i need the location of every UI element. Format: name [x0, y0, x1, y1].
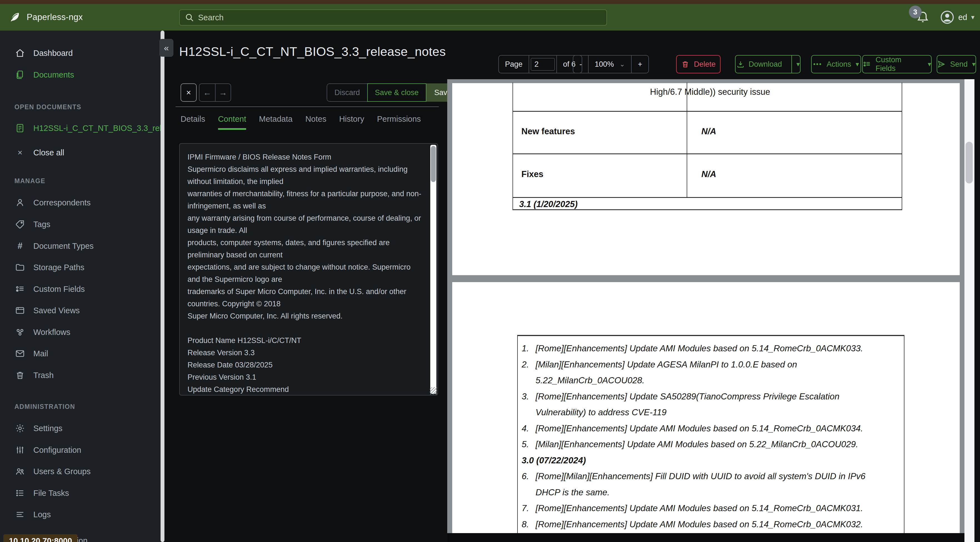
item-text: [Milan][Enhancements] Update AMI Modules… — [536, 439, 858, 450]
pdf-page-3: 1. [Rome][Enhancements] Update AMI Modul… — [452, 282, 960, 542]
users-icon — [14, 466, 25, 477]
sidebar-item-label: Storage Paths — [33, 263, 84, 272]
close-all-button[interactable]: × Close all — [14, 145, 64, 161]
release-note-item-continued: 5.22_MilanCrb_0ACOU028. — [522, 373, 904, 389]
sidebar-item-label: Saved Views — [33, 306, 80, 315]
tab-metadata[interactable]: Metadata — [259, 115, 293, 130]
delete-button[interactable]: Delete — [676, 55, 721, 73]
zoom-level-select[interactable]: 100% ⌄ — [588, 56, 631, 73]
item-text: [Rome][Enhancements] Update SA50289(Tian… — [536, 391, 840, 402]
pdf-scrollbar-thumb[interactable] — [966, 142, 973, 183]
zoom-level-value: 100% — [595, 60, 614, 69]
release-notes-list: 1. [Rome][Enhancements] Update AMI Modul… — [517, 335, 904, 542]
table-cell: High/6.7 Middle)) security issue — [650, 87, 770, 97]
status-url-tooltip: 10.10.20.70:8000 — [3, 534, 78, 542]
table-cell: N/A — [702, 169, 716, 179]
close-icon: × — [186, 88, 191, 97]
tab-permissions[interactable]: Permissions — [377, 115, 421, 130]
close-document-button[interactable]: × — [181, 83, 197, 102]
collapse-chevrons-icon: « — [164, 43, 169, 53]
sidebar-item-workflows[interactable]: Workflows — [14, 324, 70, 340]
paperless-logo-icon — [8, 11, 21, 23]
user-menu[interactable]: ed ▾ — [940, 10, 974, 24]
zoom-in-button[interactable]: + — [631, 56, 648, 73]
sidebar-item-dashboard[interactable]: Dashboard — [14, 45, 73, 61]
send-button[interactable]: Send ▾ — [937, 55, 976, 73]
paperless-app: Paperless-ngx 3 ed ▾ Dashbo — [0, 0, 980, 542]
sidebar-item-saved-views[interactable]: Saved Views — [14, 303, 80, 319]
open-document-label: H12SSL-i_C_CT_NT_BIOS_3.3_rel... — [33, 124, 164, 133]
item-text: [Milan][Enhancements] Update AGESA Milan… — [536, 359, 797, 370]
editor-scrollbar-thumb[interactable] — [431, 146, 436, 182]
viewer-bottom-edge — [447, 533, 964, 542]
download-caret-button[interactable]: ▾ — [791, 56, 804, 73]
next-document-button[interactable]: → — [215, 84, 231, 101]
sidebar-item-label: Correspondents — [33, 198, 91, 207]
tab-history[interactable]: History — [339, 115, 364, 130]
search-input[interactable] — [198, 13, 601, 22]
sidebar-item-documents[interactable]: Documents — [14, 67, 74, 83]
table-cell: New features — [522, 126, 575, 137]
sidebar-item-tags[interactable]: Tags — [14, 216, 50, 232]
sidebar-item-label: Configuration — [33, 446, 81, 455]
item-text: [Rome][Milan][Enhancements] Fill DUID wi… — [536, 471, 865, 481]
release-note-item-continued: Vulnerability) to address CVE-119 — [522, 405, 904, 421]
sidebar-item-custom-fields[interactable]: Custom Fields — [14, 281, 85, 297]
save-and-close-button[interactable]: Save & close — [367, 83, 427, 102]
global-search[interactable] — [179, 10, 607, 26]
mail-icon — [14, 349, 25, 359]
content-textarea[interactable]: IPMI Firmware / BIOS Release Notes Form … — [179, 143, 438, 395]
page-navigation-group: Page of 6 — [498, 55, 582, 73]
sidebar-collapse-button[interactable]: « — [159, 39, 173, 57]
actions-label: Actions — [827, 60, 851, 69]
zoom-out-button[interactable]: - — [573, 56, 588, 73]
custom-fields-button[interactable]: Custom Fields ▾ — [862, 55, 932, 73]
sidebar-item-settings[interactable]: Settings — [14, 420, 62, 437]
send-label: Send — [950, 60, 967, 69]
tab-content[interactable]: Content — [218, 115, 247, 130]
sidebar-item-file-tasks[interactable]: File Tasks — [14, 485, 69, 501]
table-cell: Fixes — [522, 169, 543, 179]
sidebar-item-label: Users & Groups — [33, 467, 91, 476]
search-icon — [185, 13, 194, 22]
avatar-icon — [940, 10, 955, 24]
workflows-icon — [14, 327, 25, 337]
sidebar-item-users-groups[interactable]: Users & Groups — [14, 463, 91, 480]
item-text: DHCP is the same. — [536, 487, 610, 497]
sidebar-item-trash[interactable]: Trash — [14, 367, 54, 383]
page-label: Page — [499, 56, 528, 73]
sidebar: Dashboard Documents OPEN DOCUMENTS H12SS… — [0, 30, 164, 542]
folder-icon — [14, 262, 25, 273]
save-button-group: Discard Save & close Save — [327, 83, 459, 102]
editor-scrollbar[interactable] — [430, 145, 436, 394]
sidebar-item-logs[interactable]: Logs — [14, 507, 51, 523]
actions-button[interactable]: ••• Actions ▾ — [811, 55, 861, 73]
sidebar-scrollbar[interactable] — [161, 30, 164, 542]
page-number-input[interactable] — [531, 58, 555, 70]
sidebar-item-document-types[interactable]: # Document Types — [14, 238, 94, 254]
discard-button[interactable]: Discard — [327, 83, 367, 102]
sidebar-open-document[interactable]: H12SSL-i_C_CT_NT_BIOS_3.3_rel... — [14, 120, 164, 136]
textarea-resize-handle[interactable] — [430, 387, 437, 394]
close-icon: × — [14, 148, 25, 157]
download-split-button[interactable]: Download ▾ — [735, 55, 800, 73]
sidebar-item-mail[interactable]: Mail — [14, 346, 48, 362]
document-title: H12SSL-i_C_CT_NT_BIOS_3.3_release_notes — [179, 45, 493, 59]
custom-fields-icon — [14, 284, 25, 294]
table-cell: N/A — [702, 126, 716, 137]
sidebar-item-label: Settings — [33, 424, 62, 433]
tab-notes[interactable]: Notes — [305, 115, 326, 130]
release-note-item: 8. [Rome][Enhancements] Update AMI Modul… — [522, 516, 904, 532]
brand[interactable]: Paperless-ngx — [8, 4, 83, 30]
sidebar-item-storage-paths[interactable]: Storage Paths — [14, 259, 84, 276]
divider — [175, 107, 439, 107]
previous-document-button[interactable]: ← — [199, 84, 215, 101]
pdf-scrollbar[interactable] — [964, 79, 974, 542]
tab-details[interactable]: Details — [181, 115, 205, 130]
notifications-button[interactable]: 3 — [916, 9, 931, 26]
documents-icon — [14, 70, 25, 80]
sidebar-item-correspondents[interactable]: Correspondents — [14, 194, 91, 211]
close-all-label: Close all — [33, 148, 64, 157]
sidebar-item-configuration[interactable]: Configuration — [14, 442, 81, 458]
top-navbar: Paperless-ngx 3 ed ▾ — [0, 4, 980, 30]
